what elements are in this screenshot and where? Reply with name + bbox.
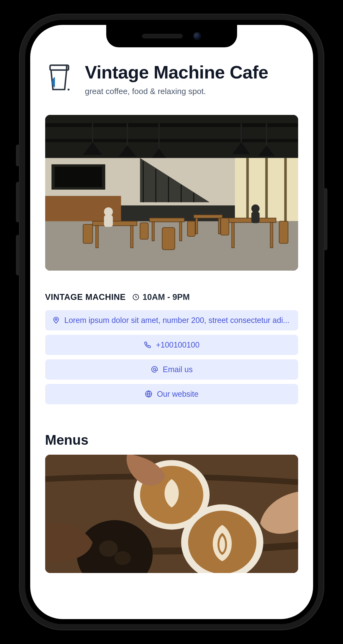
svg-rect-36 <box>218 218 220 234</box>
page-title: Vintage Machine Cafe <box>85 62 268 82</box>
svg-point-51 <box>55 319 57 320</box>
phone-device-frame: Vintage Machine Cafe great coffee, food … <box>19 14 324 630</box>
svg-point-46 <box>104 207 112 216</box>
svg-point-62 <box>99 540 118 557</box>
page-header: Vintage Machine Cafe great coffee, food … <box>45 62 298 96</box>
svg-point-58 <box>167 483 176 497</box>
svg-rect-43 <box>187 221 195 236</box>
page-tagline: great coffee, food & relaxing spot. <box>85 87 268 96</box>
svg-rect-40 <box>83 224 92 243</box>
svg-rect-47 <box>104 215 112 227</box>
svg-rect-35 <box>196 218 198 234</box>
address-text: Lorem ipsum dolor sit amet, number 200, … <box>64 316 290 325</box>
svg-rect-34 <box>194 215 222 218</box>
brand-label: VINTAGE MACHINE <box>45 292 126 302</box>
device-notch <box>106 25 237 47</box>
svg-rect-42 <box>162 227 175 249</box>
map-pin-icon <box>52 316 60 324</box>
svg-rect-32 <box>152 222 154 241</box>
info-row: VINTAGE MACHINE 10AM - 9PM <box>45 292 298 302</box>
address-link[interactable]: Lorem ipsum dolor sit amet, number 200, … <box>45 310 298 330</box>
svg-rect-49 <box>251 212 259 223</box>
opening-hours: 10AM - 9PM <box>132 292 190 302</box>
hours-text: 10AM - 9PM <box>143 292 190 302</box>
coffee-cup-icon <box>45 62 76 93</box>
svg-rect-6 <box>45 139 298 142</box>
svg-point-48 <box>251 204 259 212</box>
svg-rect-5 <box>45 123 298 127</box>
svg-rect-41 <box>140 223 148 239</box>
phone-link[interactable]: +100100100 <box>45 335 298 355</box>
menus-section-title: Menus <box>45 432 298 448</box>
svg-rect-29 <box>96 225 98 248</box>
svg-rect-44 <box>221 218 229 235</box>
app-logo <box>45 62 76 95</box>
website-link[interactable]: Our website <box>45 384 298 404</box>
phone-screen: Vintage Machine Cafe great coffee, food … <box>30 25 313 619</box>
volume-up-button <box>16 182 20 222</box>
phone-text: +100100100 <box>156 340 200 349</box>
speaker-grille <box>142 34 183 38</box>
front-camera <box>193 32 201 40</box>
svg-point-52 <box>153 368 156 371</box>
svg-point-63 <box>114 551 131 565</box>
svg-point-2 <box>67 88 69 90</box>
silent-switch <box>16 144 20 166</box>
website-text: Our website <box>157 390 198 399</box>
svg-rect-39 <box>270 222 273 248</box>
email-link[interactable]: Email us <box>45 359 298 380</box>
hero-image <box>45 115 298 271</box>
phone-icon <box>144 341 152 349</box>
svg-rect-38 <box>231 222 234 248</box>
svg-rect-24 <box>55 167 102 187</box>
volume-down-button <box>16 235 20 275</box>
svg-rect-33 <box>179 222 182 241</box>
power-button <box>324 188 327 250</box>
svg-rect-31 <box>149 218 184 222</box>
contact-list: Lorem ipsum dolor sit amet, number 200, … <box>45 310 298 404</box>
at-sign-icon <box>150 365 159 373</box>
menus-hero-image[interactable] <box>45 455 298 573</box>
svg-rect-28 <box>93 221 137 225</box>
svg-rect-30 <box>131 225 133 248</box>
globe-icon <box>145 390 153 398</box>
svg-rect-4 <box>45 115 298 158</box>
svg-rect-45 <box>279 221 288 243</box>
clock-icon <box>132 293 140 301</box>
email-text: Email us <box>163 365 193 374</box>
